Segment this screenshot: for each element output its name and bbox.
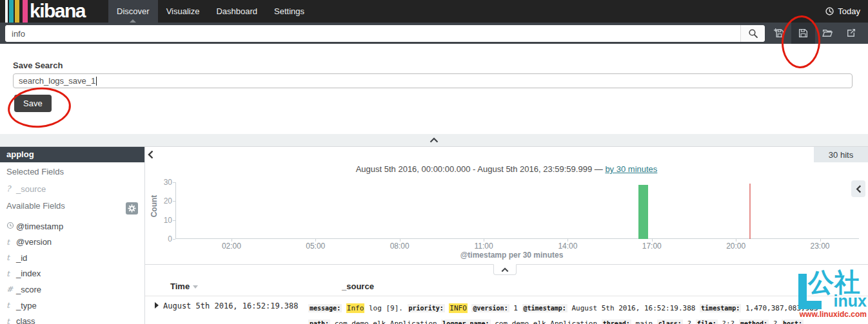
new-search-button[interactable] [767, 23, 791, 44]
field-item-version[interactable]: t@version [6, 236, 52, 249]
source-value: ? [769, 319, 782, 324]
chevron-left-icon [148, 150, 153, 159]
row-time: August 5th 2016, 16:52:19.388 [163, 296, 308, 310]
search-row [0, 23, 868, 44]
source-value: main [631, 319, 657, 324]
save-search-button[interactable] [791, 23, 815, 44]
source-line: path: com demo elk Application logger_na… [308, 316, 833, 324]
interval-link[interactable]: by 30 minutes [605, 164, 657, 174]
kibana-discover-page: kibana DiscoverVisualizeDashboardSetting… [0, 0, 868, 324]
gear-icon [128, 204, 136, 213]
navbar: kibana DiscoverVisualizeDashboardSetting… [0, 0, 868, 23]
collapse-panel-button[interactable] [429, 137, 439, 143]
field-item-id[interactable]: t_id [6, 251, 27, 264]
field-item-class[interactable]: tclass [6, 315, 35, 324]
x-tick-mark [484, 239, 484, 242]
source-field-name: @version: [471, 304, 509, 312]
x-tick-label: 08:00 [380, 242, 419, 251]
y-tick-mark [173, 182, 175, 183]
x-tick-mark [736, 239, 736, 242]
time-marker-line [749, 184, 751, 239]
field-name: class [16, 316, 35, 324]
field-item-index[interactable]: t_index [6, 267, 41, 280]
tab-visualize[interactable]: Visualize [158, 0, 208, 23]
available-fields-header: Available Fields [6, 201, 65, 211]
source-value: com demo elk Application [330, 319, 441, 324]
discover-results-section: applog Selected Fields Available Fields … [0, 147, 868, 324]
source-value: ? [683, 319, 696, 324]
y-tick-mark [173, 220, 175, 221]
x-tick-mark [820, 239, 821, 242]
collapse-sidebar-button[interactable] [148, 150, 153, 159]
column-header-time[interactable]: Time [170, 281, 198, 291]
x-tick-label: 11:00 [464, 242, 503, 251]
source-value: log [9]. [364, 304, 407, 312]
x-tick-label: 17:00 [633, 242, 671, 251]
search-button[interactable] [740, 25, 765, 42]
chevron-up-icon [429, 137, 439, 143]
x-tick-mark [232, 239, 232, 242]
load-search-button[interactable] [815, 23, 839, 44]
field-name: @timestamp [16, 222, 63, 231]
chart-bar[interactable] [638, 185, 648, 239]
clock-icon [6, 222, 16, 231]
field-item-score[interactable]: #_score [6, 283, 41, 296]
x-tick-mark [400, 239, 400, 242]
clock-icon [6, 222, 14, 229]
search-toolbar [767, 23, 863, 44]
panel-collapse-strip [0, 134, 868, 147]
field-type-icon: t [6, 301, 16, 310]
histogram-chart: Count 010203002:0005:0008:0011:0014:0017… [145, 177, 868, 263]
source-highlight: INFO [449, 303, 468, 313]
save-name-input[interactable]: search_logs_save_1 [13, 73, 853, 88]
tab-dashboard[interactable]: Dashboard [208, 0, 266, 23]
table-rows: August 5th 2016, 16:52:19.388message: In… [145, 296, 868, 324]
source-value [342, 304, 346, 312]
caret-right-icon [155, 302, 159, 309]
kibana-logo[interactable]: kibana [5, 0, 85, 23]
field-type-icon: t [6, 269, 16, 278]
field-item-source[interactable]: ?_source [6, 182, 46, 195]
y-tick-label: 30 [145, 178, 172, 187]
logo-bar-yellow [15, 0, 19, 23]
chart-title-separator: — [595, 164, 603, 174]
source-field-name: logger_name: [441, 319, 490, 324]
y-tick-mark [173, 239, 175, 240]
search-input[interactable] [5, 25, 740, 42]
field-sidebar: applog Selected Fields Available Fields … [0, 147, 145, 324]
field-item-type[interactable]: t_type [6, 299, 37, 312]
field-item-timestamp[interactable]: @timestamp [6, 220, 63, 233]
logo-bar-white [5, 0, 8, 23]
collapse-chart-right-button[interactable] [851, 180, 865, 197]
new-search-icon [774, 28, 785, 39]
sort-caret-icon[interactable] [193, 285, 198, 289]
source-line: message: Info log [9]. priority: INFO @v… [308, 300, 833, 316]
chevron-up-icon [501, 267, 509, 272]
navbar-tabs: DiscoverVisualizeDashboardSettings [108, 0, 313, 23]
tab-discover[interactable]: Discover [108, 0, 158, 23]
save-button[interactable]: Save [14, 95, 52, 112]
share-button[interactable] [839, 23, 863, 44]
selected-fields-header: Selected Fields [6, 167, 64, 176]
source-field-name: thread: [602, 319, 631, 324]
source-field-name: @timestamp: [522, 304, 567, 312]
row-source: message: Info log [9]. priority: INFO @v… [308, 296, 868, 324]
timepicker-button[interactable]: Today [825, 6, 860, 16]
source-field-name: message: [308, 304, 342, 312]
chart-plot-area [175, 182, 859, 239]
field-type-icon: ? [6, 184, 16, 193]
chevron-left-icon [856, 185, 862, 193]
table-header: Time_source [145, 278, 868, 296]
source-field-name: class: [657, 319, 683, 324]
field-settings-button[interactable] [126, 202, 138, 214]
column-header-source: _source [342, 281, 374, 291]
save-icon [798, 28, 809, 39]
tab-settings[interactable]: Settings [266, 0, 313, 23]
expand-row-button[interactable] [145, 296, 163, 309]
index-pattern-selector[interactable]: applog [0, 147, 144, 162]
field-name: _index [16, 269, 41, 278]
clock-icon [825, 6, 834, 16]
chart-time-range: August 5th 2016, 00:00:00.000 - August 5… [356, 164, 592, 174]
collapse-chart-button[interactable] [493, 264, 517, 275]
field-name: @version [16, 237, 52, 247]
